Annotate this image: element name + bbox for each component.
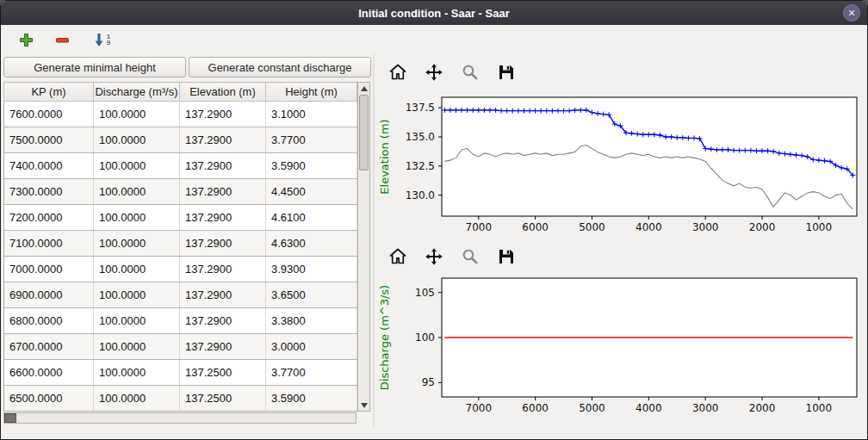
table-cell[interactable]: 137.2900: [180, 231, 266, 257]
table-cell[interactable]: 3.6500: [266, 282, 357, 308]
table-cell[interactable]: 4.6300: [266, 231, 357, 257]
table-cell[interactable]: 7100.0000: [4, 231, 94, 257]
scroll-up-button[interactable]: [358, 83, 369, 94]
add-row-button[interactable]: [15, 28, 37, 51]
table-cell[interactable]: 100.0000: [94, 334, 180, 360]
elevation-zoom-button[interactable]: [457, 59, 483, 85]
generate-minimal-height-button[interactable]: Generate minimal height: [3, 57, 186, 77]
discharge-save-button[interactable]: [493, 244, 519, 270]
table-cell[interactable]: 7500.0000: [4, 127, 94, 153]
table-row[interactable]: 7000.0000100.0000137.29003.9300: [4, 257, 357, 282]
table-cell[interactable]: 100.0000: [94, 282, 180, 308]
table-row[interactable]: 7300.0000100.0000137.29004.4500: [4, 179, 357, 205]
table-row[interactable]: 6700.0000100.0000137.29003.0000: [4, 334, 357, 360]
horizontal-scrollbar[interactable]: [3, 412, 356, 424]
status-bar: [1, 427, 867, 439]
discharge-plot[interactable]: 700060005000400030002000100095100105Disc…: [375, 273, 867, 426]
discharge-home-button[interactable]: [385, 244, 411, 270]
table-cell[interactable]: 100.0000: [94, 257, 180, 282]
sort-rows-button[interactable]: 1 9: [87, 28, 116, 51]
table-cell[interactable]: 137.2900: [180, 179, 266, 205]
table-cell[interactable]: 100.0000: [94, 179, 180, 205]
table-cell[interactable]: 6600.0000: [4, 360, 94, 386]
table-cell[interactable]: 100.0000: [94, 360, 180, 386]
table-cell[interactable]: 4.6100: [266, 205, 357, 231]
vertical-scrollbar[interactable]: [357, 82, 370, 412]
table-row[interactable]: 6600.0000100.0000137.25003.7700: [4, 360, 357, 386]
column-header[interactable]: Height (m): [266, 83, 357, 102]
table-cell[interactable]: 100.0000: [94, 102, 180, 127]
column-header[interactable]: KP (m): [4, 83, 94, 102]
table-cell[interactable]: 100.0000: [94, 308, 180, 334]
table-row[interactable]: 7500.0000100.0000137.29003.7700: [4, 127, 357, 153]
generate-constant-discharge-button[interactable]: Generate constant discharge: [189, 57, 371, 77]
table-cell[interactable]: 137.2500: [180, 360, 266, 386]
content: Generate minimal height Generate constan…: [1, 54, 867, 427]
table-row[interactable]: 7200.0000100.0000137.29004.6100: [4, 205, 357, 231]
discharge-pan-button[interactable]: [421, 244, 447, 270]
table-cell[interactable]: 3.7700: [266, 360, 357, 386]
table-cell[interactable]: 137.2900: [180, 257, 266, 282]
table-cell[interactable]: 3.9300: [266, 257, 357, 282]
table-cell[interactable]: 137.2900: [180, 205, 266, 231]
table-cell[interactable]: 6700.0000: [4, 334, 94, 360]
table-row[interactable]: 7600.0000100.0000137.29003.1000: [4, 102, 357, 127]
table-cell[interactable]: 137.2500: [180, 386, 266, 412]
table-row[interactable]: 6900.0000100.0000137.29003.6500: [4, 282, 357, 308]
remove-row-button[interactable]: [51, 28, 73, 51]
table-cell[interactable]: 7600.0000: [4, 102, 94, 127]
x-tick-label: 3000: [692, 402, 719, 414]
x-tick-label: 7000: [466, 221, 493, 233]
scroll-down-button[interactable]: [358, 400, 369, 411]
table-cell[interactable]: 6900.0000: [4, 282, 94, 308]
elevation-save-button[interactable]: [493, 59, 519, 85]
table-cell[interactable]: 3.5900: [266, 153, 357, 179]
table-cell[interactable]: 3.5900: [266, 386, 357, 412]
table-cell[interactable]: 7200.0000: [4, 205, 94, 231]
x-tick-label: 2000: [749, 402, 776, 414]
elevation-home-button[interactable]: [385, 59, 411, 85]
table-cell[interactable]: 137.2900: [180, 102, 266, 127]
elevation-plot[interactable]: 7000600050004000300020001000130.0132.513…: [375, 89, 867, 240]
horizontal-scrollbar-thumb[interactable]: [4, 413, 16, 423]
table-cell[interactable]: 3.7700: [266, 127, 357, 153]
table-row[interactable]: 6800.0000100.0000137.29003.3800: [4, 308, 357, 334]
table-header-row: KP (m)Discharge (m³/s)Elevation (m)Heigh…: [4, 83, 357, 102]
home-icon: [388, 246, 408, 267]
table-cell[interactable]: 7300.0000: [4, 179, 94, 205]
table-cell[interactable]: 4.4500: [266, 179, 357, 205]
table-cell[interactable]: 137.2900: [180, 127, 266, 153]
table-row[interactable]: 6500.0000100.0000137.25003.5900: [4, 386, 357, 412]
table-cell[interactable]: 100.0000: [94, 127, 180, 153]
column-header[interactable]: Discharge (m³/s): [94, 83, 180, 102]
table-cell[interactable]: 137.2900: [180, 308, 266, 334]
table-cell[interactable]: 7000.0000: [4, 257, 94, 282]
table-cell[interactable]: 3.1000: [266, 102, 357, 127]
table-cell[interactable]: 3.3800: [266, 308, 357, 334]
table-cell[interactable]: 100.0000: [94, 231, 180, 257]
pan-icon: [424, 62, 444, 83]
zoom-icon: [460, 246, 480, 267]
table-cell[interactable]: 100.0000: [94, 153, 180, 179]
table-cell[interactable]: 137.2900: [180, 334, 266, 360]
table-cell[interactable]: 100.0000: [94, 386, 180, 412]
table-cell[interactable]: 6500.0000: [4, 386, 94, 412]
elevation-pan-button[interactable]: [421, 59, 447, 85]
elevation-nav-toolbar: [375, 56, 867, 89]
table-cell[interactable]: 7400.0000: [4, 153, 94, 179]
table-cell[interactable]: 100.0000: [94, 205, 180, 231]
titlebar[interactable]: Initial condition - Saar - Saar ✕: [1, 1, 867, 25]
discharge-zoom-button[interactable]: [457, 244, 483, 270]
table-row[interactable]: 7100.0000100.0000137.29004.6300: [4, 231, 357, 257]
table-cell[interactable]: 137.2900: [180, 153, 266, 179]
table-cell[interactable]: 3.0000: [266, 334, 357, 360]
table-cell[interactable]: 137.2900: [180, 282, 266, 308]
plus-icon: [19, 33, 34, 47]
column-header[interactable]: Elevation (m): [180, 83, 266, 102]
table-cell[interactable]: 6800.0000: [4, 308, 94, 334]
y-tick-label: 132.5: [406, 160, 435, 172]
close-button[interactable]: ✕: [843, 4, 860, 22]
y-tick-label: 105: [415, 287, 435, 299]
table-row[interactable]: 7400.0000100.0000137.29003.5900: [4, 153, 357, 179]
vertical-scrollbar-thumb[interactable]: [359, 95, 369, 170]
